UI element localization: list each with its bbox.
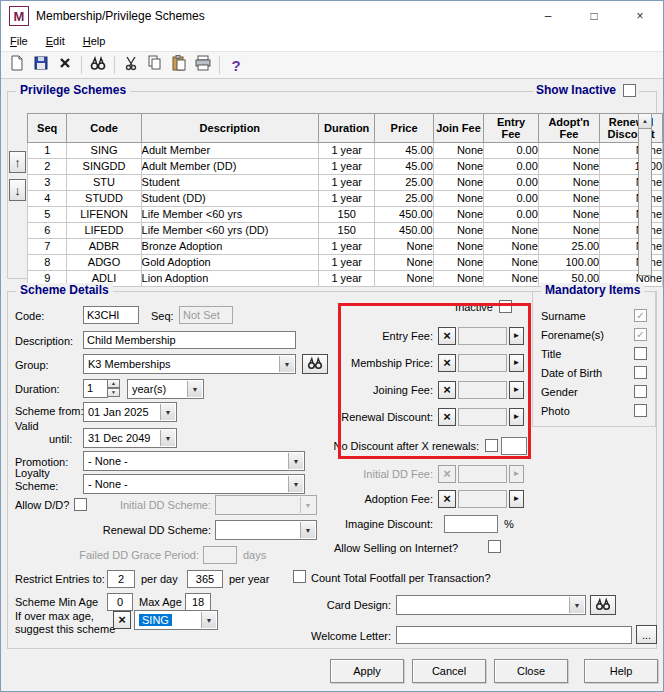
per-day-label: per day [141, 573, 178, 585]
apply-button[interactable]: Apply [330, 659, 404, 683]
promotion-combobox[interactable]: - None - [83, 451, 305, 471]
card-design-lookup-button[interactable] [590, 595, 616, 615]
valid-from-value: 01 Jan 2025 [88, 406, 149, 418]
menu-edit[interactable]: Edit [37, 33, 74, 49]
joining-fee-clear-button[interactable] [438, 381, 456, 399]
no-discount-label: No Discount after X renewals: [331, 440, 479, 452]
column-header-3[interactable]: Duration [319, 114, 375, 143]
table-cell: 7 [28, 239, 67, 255]
table-row[interactable]: 7ADBRBronze Adoption1 yearNoneNoneNone25… [28, 239, 663, 255]
column-header-8[interactable]: Renewal Discount [600, 114, 663, 143]
loyalty-scheme-combobox[interactable]: - None - [83, 474, 305, 494]
mandatory-item-checkbox[interactable] [634, 385, 647, 398]
minimize-button[interactable]: – [525, 1, 571, 31]
mandatory-item-checkbox[interactable] [634, 366, 647, 379]
cut-button[interactable] [119, 53, 143, 77]
no-discount-checkbox[interactable] [485, 439, 498, 452]
scroll-up-icon[interactable] [639, 114, 651, 129]
joining-fee-expand-button[interactable] [509, 381, 524, 399]
entry-fee-expand-button[interactable] [509, 327, 524, 345]
entry-fee-clear-button[interactable] [438, 327, 456, 345]
table-scrollbar[interactable] [638, 113, 652, 276]
column-header-0[interactable]: Seq [28, 114, 67, 143]
adoption-fee-clear-button[interactable] [438, 490, 456, 508]
count-footfall-checkbox[interactable] [293, 570, 306, 583]
table-cell: 1 year [319, 159, 375, 175]
delete-button[interactable] [53, 53, 77, 77]
duration-unit-combobox[interactable]: year(s) [127, 379, 204, 399]
membship-price-clear-button[interactable] [438, 354, 456, 372]
menu-file[interactable]: File [1, 33, 37, 49]
paste-button[interactable] [167, 53, 191, 77]
renewal-discount-expand-button[interactable] [509, 408, 524, 426]
entry-fee-label: Entry Fee: [334, 330, 433, 342]
inactive-label: Inactive [441, 301, 493, 313]
new-button[interactable] [5, 53, 29, 77]
help-button-footer[interactable]: Help [584, 659, 658, 683]
description-input[interactable]: Child Membership [83, 331, 296, 349]
min-age-input[interactable]: 0 [107, 593, 133, 611]
per-day-input[interactable]: 2 [107, 570, 135, 588]
group-combobox[interactable]: K3 Memberships [83, 354, 296, 374]
move-row-up-button[interactable] [9, 151, 26, 173]
table-row[interactable]: 2SINGDDAdult Member (DD)1 year45.00None0… [28, 159, 663, 175]
table-cell: 100.00 [538, 255, 599, 271]
find-button[interactable] [86, 53, 110, 77]
membship-price-expand-button[interactable] [509, 354, 524, 372]
table-cell: None [484, 255, 539, 271]
column-header-7[interactable]: Adopt'n Fee [538, 114, 599, 143]
valid-from-datepicker[interactable]: 01 Jan 2025 [83, 402, 177, 422]
valid-until-datepicker[interactable]: 31 Dec 2049 [83, 428, 177, 448]
print-button[interactable] [191, 53, 215, 77]
code-input[interactable]: K3CHI [83, 306, 139, 324]
welcome-letter-browse-button[interactable]: ... [636, 625, 657, 644]
max-age-input[interactable]: 18 [185, 593, 211, 611]
menu-help[interactable]: Help [74, 33, 115, 49]
duration-input[interactable]: 1 [83, 379, 108, 398]
help-button[interactable]: ? [224, 53, 248, 77]
allow-selling-checkbox[interactable] [488, 540, 501, 553]
imagine-discount-input[interactable] [444, 515, 498, 533]
spin-down-icon[interactable] [107, 388, 120, 397]
column-header-1[interactable]: Code [67, 114, 141, 143]
close-button-footer[interactable]: Close [494, 659, 568, 683]
inactive-checkbox[interactable] [499, 300, 512, 313]
group-lookup-button[interactable] [302, 354, 328, 374]
duration-spinner[interactable] [107, 379, 120, 398]
table-cell: None [538, 159, 599, 175]
mandatory-item-checkbox[interactable] [634, 404, 647, 417]
spin-up-icon[interactable] [107, 379, 120, 388]
column-header-6[interactable]: Entry Fee [484, 114, 539, 143]
no-discount-renewals-input[interactable] [501, 437, 527, 455]
save-button[interactable] [29, 53, 53, 77]
table-row[interactable]: 4STUDDStudent (DD)1 year25.00None0.00Non… [28, 191, 663, 207]
table-cell: 10.00 [600, 159, 663, 175]
adoption-fee-expand-button[interactable] [509, 490, 524, 508]
card-design-combobox[interactable] [396, 595, 586, 615]
table-row[interactable]: 1SINGAdult Member1 year45.00None0.00None… [28, 143, 663, 159]
close-button[interactable]: × [617, 1, 663, 31]
suggest-scheme-clear-button[interactable] [113, 611, 131, 629]
column-header-2[interactable]: Description [141, 114, 318, 143]
initial-dd-scheme-label: Initial DD Scheme: [101, 499, 211, 511]
column-header-5[interactable]: Join Fee [433, 114, 483, 143]
maximize-button[interactable]: □ [571, 1, 617, 31]
table-row[interactable]: 3STUStudent1 year25.00None0.00NoneNone [28, 175, 663, 191]
welcome-letter-input[interactable] [396, 626, 632, 644]
column-header-4[interactable]: Price [375, 114, 433, 143]
table-row[interactable]: 8ADGOGold Adoption1 yearNoneNoneNone100.… [28, 255, 663, 271]
suggest-scheme-combobox[interactable]: SING [134, 610, 218, 630]
renewal-dd-scheme-combobox[interactable] [215, 520, 317, 540]
copy-button[interactable] [143, 53, 167, 77]
table-row[interactable]: 5LIFENONLife Member <60 yrs150450.00None… [28, 207, 663, 223]
mandatory-item-checkbox[interactable] [634, 347, 647, 360]
over-age-label-line1: If over max age, [15, 610, 94, 622]
table-cell: 2 [28, 159, 67, 175]
allow-dd-checkbox[interactable] [74, 498, 87, 511]
show-inactive-checkbox[interactable] [623, 84, 636, 97]
per-year-input[interactable]: 365 [187, 570, 223, 588]
renewal-discount-clear-button[interactable] [438, 408, 456, 426]
cancel-button[interactable]: Cancel [412, 659, 486, 683]
move-row-down-button[interactable] [9, 179, 26, 201]
table-row[interactable]: 6LIFEDDLife Member <60 yrs (DD)150450.00… [28, 223, 663, 239]
